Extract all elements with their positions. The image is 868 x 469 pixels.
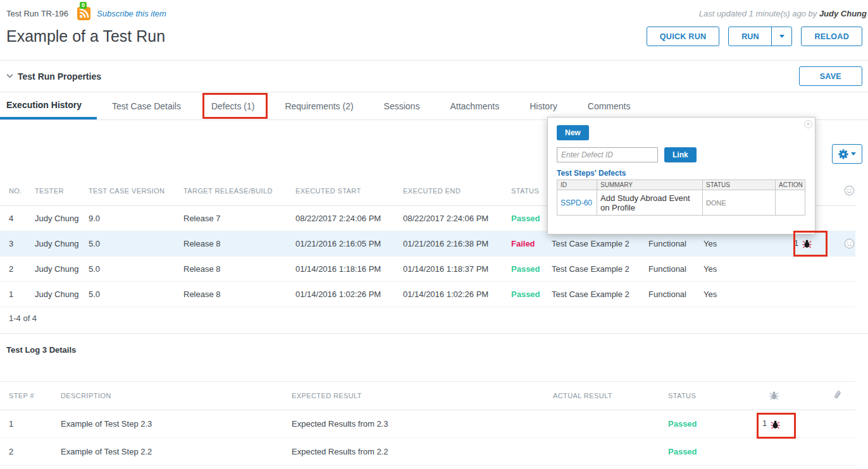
cell-expected: Expected Results from 2.3 xyxy=(285,410,547,438)
tab-test-case-details[interactable]: Test Case Details xyxy=(97,92,196,119)
col-description: DESCRIPTION xyxy=(54,382,285,410)
tab-sessions[interactable]: Sessions xyxy=(369,92,435,119)
quick-run-button[interactable]: QUICK RUN xyxy=(647,27,720,46)
defect-id-input[interactable] xyxy=(557,147,658,162)
execution-row-selected[interactable]: 3 Judy Chung 5.0 Release 8 01/21/2016 2:… xyxy=(0,231,855,256)
paperclip-icon xyxy=(833,390,843,400)
cell-start: 01/14/2016 1:02:26 PM xyxy=(289,281,397,307)
chevron-down-icon xyxy=(851,152,856,155)
cell-release: Release 8 xyxy=(177,281,289,307)
tab-requirements[interactable]: Requirements (2) xyxy=(270,92,368,119)
cell-flag: Yes xyxy=(697,256,781,281)
defect-count[interactable]: 1 xyxy=(794,238,798,248)
last-updated-user[interactable]: Judy Chung xyxy=(819,9,867,18)
title-row: Example of a Test Run QUICK RUN RUN RELO… xyxy=(6,27,862,46)
popup-cell-status: DONE xyxy=(703,190,776,216)
new-defect-button[interactable]: New xyxy=(557,125,589,140)
cell-comment xyxy=(829,205,855,231)
cell-test-case: Test Case Example 2 xyxy=(545,281,642,307)
cell-category: Functional xyxy=(642,231,697,256)
section-divider xyxy=(0,333,868,334)
col-tester: TESTER xyxy=(28,177,82,205)
bug-icon[interactable] xyxy=(771,420,780,429)
cell-flag: Yes xyxy=(697,231,781,256)
cell-tester: Judy Chung xyxy=(28,231,82,256)
cell-start: 08/22/2017 2:24:06 PM xyxy=(289,205,397,231)
reload-button[interactable]: RELOAD xyxy=(801,27,862,46)
table-settings-button[interactable] xyxy=(832,144,862,164)
run-dropdown-button[interactable] xyxy=(771,27,791,46)
col-end: EXECUTED END xyxy=(397,177,505,205)
subscribe-link[interactable]: Subscribe this item xyxy=(97,9,166,18)
col-attachments xyxy=(821,382,855,410)
popup-title: Test Steps' Defects xyxy=(557,169,806,178)
cell-status: Passed xyxy=(662,410,753,438)
col-actual: ACTUAL RESULT xyxy=(547,382,662,410)
col-status: STATUS xyxy=(662,382,753,410)
cell-description: Example of Test Step 2.3 xyxy=(54,410,285,438)
cell-release: Release 7 xyxy=(177,205,289,231)
tabs: Execution History Test Case Details Defe… xyxy=(0,92,868,120)
cell-test-case: Test Case Example 2 xyxy=(545,256,642,281)
properties-bar: Test Run Properties SAVE xyxy=(0,60,868,92)
cell-description: Example of Test Step 2.2 xyxy=(54,438,285,466)
page-title: Example of a Test Run xyxy=(6,27,165,46)
cell-status: Failed xyxy=(505,231,545,256)
last-updated-prefix: Last updated 1 minute(s) ago by xyxy=(699,9,817,18)
properties-title: Test Run Properties xyxy=(18,71,101,82)
tab-defects[interactable]: Defects (1) xyxy=(196,92,270,119)
cell-attachments xyxy=(821,438,855,466)
tab-comments[interactable]: Comments xyxy=(573,92,646,119)
cell-defects xyxy=(753,438,821,466)
cell-defects[interactable]: 1 xyxy=(753,410,821,438)
pagination: 1-4 of 4 xyxy=(9,314,37,323)
defect-id-link[interactable]: SSPD-60 xyxy=(561,198,592,207)
cell-comment[interactable] xyxy=(829,231,855,256)
cell-flag: Yes xyxy=(697,281,781,307)
popup-cell-id: SSPD-60 xyxy=(557,190,597,216)
col-version: TEST CASE VERSION xyxy=(82,177,177,205)
rss-subscribe-icon[interactable]: 0 xyxy=(77,7,90,20)
close-icon[interactable]: × xyxy=(804,120,812,128)
cell-status: Passed xyxy=(505,281,545,307)
col-no: NO. xyxy=(0,177,28,205)
cell-release: Release 8 xyxy=(177,231,289,256)
gear-icon xyxy=(838,149,848,159)
cell-release: Release 8 xyxy=(177,256,289,281)
test-log-title: Test Log 3 Details xyxy=(6,345,76,355)
tab-attachments[interactable]: Attachments xyxy=(435,92,514,119)
test-log-table: STEP # DESCRIPTION EXPECTED RESULT ACTUA… xyxy=(0,381,855,466)
test-step-row[interactable]: 1 Example of Test Step 2.3 Expected Resu… xyxy=(0,410,855,438)
tab-execution-history[interactable]: Execution History xyxy=(0,92,97,119)
cell-end: 01/14/2016 1:02:26 PM xyxy=(397,281,505,307)
cell-test-case: Test Case Example 2 xyxy=(545,231,642,256)
cell-defects[interactable]: 1 xyxy=(781,231,829,256)
smiley-icon xyxy=(844,185,855,196)
properties-toggle[interactable]: Test Run Properties xyxy=(6,71,101,82)
cell-version: 5.0 xyxy=(82,231,177,256)
page: Test Run TR-196 0 Subscribe this item La… xyxy=(0,0,868,469)
run-split-button: RUN xyxy=(728,27,792,46)
cell-end: 01/14/2016 1:18:37 PM xyxy=(397,256,505,281)
cell-defects xyxy=(781,256,829,281)
tab-history[interactable]: History xyxy=(514,92,573,119)
execution-row[interactable]: 2 Judy Chung 5.0 Release 8 01/14/2016 1:… xyxy=(0,256,855,281)
chevron-down-icon xyxy=(6,74,13,78)
test-step-row[interactable]: 2 Example of Test Step 2.2 Expected Resu… xyxy=(0,438,855,466)
defect-count[interactable]: 1 xyxy=(762,418,767,428)
col-step: STEP # xyxy=(0,382,54,410)
cell-attachments xyxy=(821,410,855,438)
save-button[interactable]: SAVE xyxy=(799,66,862,86)
cell-actual xyxy=(547,438,662,466)
smiley-icon[interactable] xyxy=(844,238,855,249)
link-defect-button[interactable]: Link xyxy=(664,147,697,162)
test-log-header-row: STEP # DESCRIPTION EXPECTED RESULT ACTUA… xyxy=(0,382,855,410)
rss-badge: 0 xyxy=(80,2,87,9)
run-button[interactable]: RUN xyxy=(729,27,771,46)
cell-status: Passed xyxy=(662,438,753,466)
cell-start: 01/14/2016 1:18:16 PM xyxy=(289,256,397,281)
execution-row[interactable]: 1 Judy Chung 5.0 Release 8 01/14/2016 1:… xyxy=(0,281,855,307)
cell-version: 5.0 xyxy=(82,256,177,281)
bug-icon xyxy=(769,391,779,400)
bug-icon[interactable] xyxy=(802,239,812,248)
